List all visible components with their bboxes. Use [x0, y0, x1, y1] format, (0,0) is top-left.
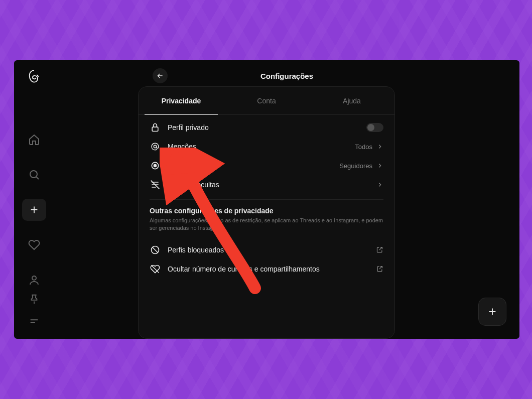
tab-help[interactable]: Ajuda: [309, 87, 394, 114]
heart-icon: [28, 239, 40, 251]
row-hidden-words[interactable]: Palavras ocultas: [150, 175, 383, 194]
privacy-section: Perfil privado Menções Todos Status: [139, 115, 394, 194]
other-privacy-section: Perfis bloqueados Ocultar número de curt…: [139, 237, 394, 279]
external-link-icon: [376, 265, 383, 273]
row-online-status-label: Status online: [168, 162, 339, 170]
nav-create[interactable]: [22, 199, 46, 221]
back-button[interactable]: [153, 68, 168, 83]
sidebar: [14, 60, 54, 339]
chevron-right-icon: [376, 143, 383, 150]
tab-privacy[interactable]: Privacidade: [139, 87, 224, 114]
nav-activity[interactable]: [22, 234, 46, 256]
tab-account-label: Conta: [257, 97, 276, 105]
plus-icon: [487, 306, 498, 317]
heart-off-icon: [150, 263, 161, 275]
hidden-words-icon: [150, 179, 161, 190]
tab-help-label: Ajuda: [343, 97, 361, 105]
home-icon: [28, 134, 40, 146]
svg-point-1: [32, 276, 36, 280]
row-hide-counts-label: Ocultar número de curtidas e compartilha…: [168, 265, 376, 273]
tabs: Privacidade Conta Ajuda: [139, 87, 394, 115]
divider: [150, 199, 383, 200]
user-icon: [28, 274, 40, 286]
sidebar-bottom: [14, 294, 54, 327]
plus-icon: [29, 204, 40, 215]
row-mentions-label: Menções: [168, 143, 355, 151]
arrow-left-icon: [156, 72, 164, 80]
nav-list: [22, 128, 46, 291]
page-title: Configurações: [260, 72, 313, 80]
tab-account[interactable]: Conta: [224, 87, 309, 114]
settings-card: Privacidade Conta Ajuda Perfil privado M…: [138, 86, 395, 339]
row-online-status-value: Seguidores: [339, 162, 372, 170]
row-private-profile-label: Perfil privado: [168, 123, 366, 131]
row-mentions[interactable]: Menções Todos: [150, 137, 383, 156]
tab-privacy-label: Privacidade: [162, 97, 201, 105]
blocked-icon: [150, 244, 161, 255]
svg-rect-2: [152, 127, 158, 131]
menu-icon[interactable]: [29, 316, 40, 327]
compose-fab[interactable]: [478, 298, 506, 326]
status-icon: [150, 160, 161, 171]
app-window: Configurações Privacidade Conta Ajuda Pe…: [14, 60, 519, 339]
row-mentions-value: Todos: [355, 143, 372, 151]
chevron-right-icon: [376, 162, 383, 169]
other-privacy-heading: Outras configurações de privacidade: [139, 207, 394, 215]
pin-icon[interactable]: [29, 294, 40, 305]
svg-point-0: [30, 171, 37, 178]
row-online-status[interactable]: Status online Seguidores: [150, 156, 383, 175]
other-privacy-description: Algumas configurações, como as de restri…: [139, 215, 394, 237]
row-private-profile[interactable]: Perfil privado: [150, 118, 383, 137]
svg-point-3: [154, 145, 156, 148]
row-blocked-profiles[interactable]: Perfis bloqueados: [150, 240, 383, 259]
threads-logo-icon[interactable]: [27, 69, 41, 83]
nav-profile[interactable]: [22, 269, 46, 291]
search-icon: [28, 169, 40, 181]
svg-point-5: [154, 165, 157, 167]
private-profile-toggle[interactable]: [366, 123, 383, 132]
row-hidden-words-label: Palavras ocultas: [168, 181, 376, 189]
row-blocked-profiles-label: Perfis bloqueados: [168, 246, 376, 254]
chevron-right-icon: [376, 181, 383, 188]
nav-search[interactable]: [22, 164, 46, 186]
row-hide-counts[interactable]: Ocultar número de curtidas e compartilha…: [150, 259, 383, 279]
external-link-icon: [376, 246, 383, 253]
header: Configurações: [54, 67, 519, 84]
nav-home[interactable]: [22, 128, 46, 151]
lock-icon: [150, 122, 161, 133]
at-icon: [150, 141, 161, 152]
